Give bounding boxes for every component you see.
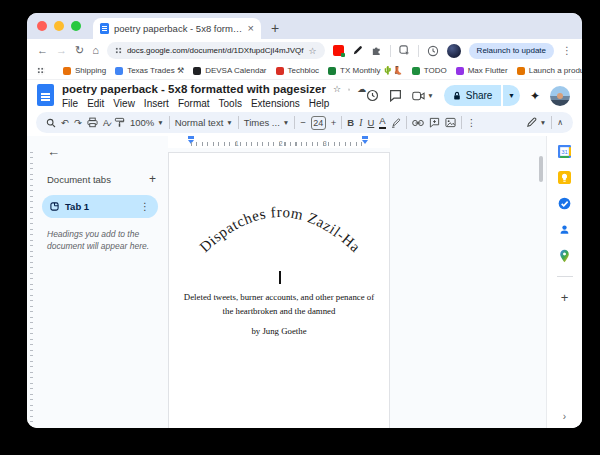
scrollbar-thumb[interactable] (539, 156, 543, 182)
document-canvas[interactable]: Dispatches from Zazil-Ha Deleted tweets,… (166, 148, 546, 428)
menu-help[interactable]: Help (309, 98, 330, 109)
menu-edit[interactable]: Edit (87, 98, 104, 109)
paragraph-style-select[interactable]: Normal text▼ (175, 117, 233, 128)
italic-button[interactable]: I (359, 118, 362, 128)
bookmark-item[interactable]: Max Flutter (456, 66, 508, 75)
bookmark-label: TODO (424, 66, 447, 75)
menu-file[interactable]: File (62, 98, 78, 109)
account-avatar[interactable] (550, 86, 570, 106)
cloud-status-icon[interactable]: ☁ (357, 85, 366, 94)
editing-mode-select[interactable]: ▼ (526, 117, 546, 128)
history-icon[interactable] (427, 45, 439, 57)
menu-tools[interactable]: Tools (219, 98, 242, 109)
increase-font-size-button[interactable]: + (331, 117, 337, 128)
get-addons-button[interactable]: + (561, 290, 569, 305)
forward-icon[interactable]: → (56, 45, 67, 56)
extensions-puzzle-icon[interactable] (371, 45, 382, 56)
relaunch-to-update-button[interactable]: Relaunch to update (469, 43, 554, 59)
share-dropdown[interactable]: ▼ (503, 85, 520, 106)
apps-grid-icon[interactable] (37, 67, 45, 75)
back-icon[interactable]: ← (37, 45, 48, 56)
ruler-strip: 1 2 3 (168, 136, 390, 148)
add-tab-icon[interactable]: + (149, 172, 156, 186)
new-tab-button[interactable]: + (271, 20, 279, 36)
add-comment-icon[interactable] (429, 117, 440, 128)
maps-icon[interactable] (559, 249, 570, 263)
bookmark-item[interactable]: Texas Trades ⚒ (115, 66, 184, 75)
gemini-sparkle-icon[interactable]: ✦ (530, 89, 540, 103)
decrease-font-size-button[interactable]: − (300, 117, 306, 128)
home-icon[interactable]: ⌂ (92, 45, 99, 56)
minimize-window-button[interactable] (54, 21, 64, 31)
document-title[interactable]: poetry paperback - 5x8 formatted with pa… (62, 83, 326, 95)
menu-extensions[interactable]: Extensions (251, 98, 300, 109)
google-docs-logo[interactable] (37, 84, 54, 106)
bookmark-favicon (517, 67, 525, 75)
close-window-button[interactable] (37, 21, 47, 31)
zoom-select[interactable]: 100%▼ (130, 117, 164, 128)
bookmark-item[interactable]: TX Monthly 🌵👢 (328, 66, 403, 75)
horizontal-ruler[interactable]: 1 2 3 (166, 136, 546, 148)
text-color-button[interactable]: A (379, 116, 385, 128)
adobe-extension-icon[interactable] (333, 45, 344, 56)
print-icon[interactable] (87, 117, 98, 128)
search-menus-icon[interactable] (46, 118, 56, 128)
bookmark-item[interactable]: TODO (412, 66, 447, 75)
keep-icon[interactable] (558, 171, 571, 184)
pen-extension-icon[interactable] (352, 45, 363, 56)
bookmark-item[interactable]: Launch a product (517, 66, 582, 75)
star-document-icon[interactable]: ☆ (333, 85, 341, 94)
author-text[interactable]: by Jung Goethe (169, 326, 389, 336)
join-call-button[interactable]: ▼ (412, 91, 433, 101)
curved-title-wordart[interactable]: Dispatches from Zazil-Ha (169, 168, 391, 280)
bookmark-item[interactable]: Techbloc (276, 66, 320, 75)
browser-tab[interactable]: poetry paperback - 5x8 formatted with pa… (93, 18, 261, 39)
bookmark-item[interactable]: DEVSA Calendar (193, 66, 266, 75)
hide-menus-icon[interactable]: ∧ (557, 118, 563, 127)
menu-format[interactable]: Format (178, 98, 210, 109)
bookmark-star-icon[interactable]: ☆ (309, 46, 317, 56)
highlight-color-icon[interactable] (391, 118, 401, 128)
version-history-icon[interactable] (366, 89, 379, 102)
subtitle-text[interactable]: Deleted tweets, burner accounts, and oth… (177, 290, 381, 318)
move-folder-icon[interactable] (348, 85, 350, 94)
menu-view[interactable]: View (113, 98, 135, 109)
bookmark-item[interactable]: Shipping (63, 66, 106, 75)
menu-bar: File Edit View Insert Format Tools Exten… (62, 98, 366, 109)
address-input[interactable]: docs.google.com/document/d/1DXfupdCjI4mJ… (107, 42, 325, 59)
tasks-icon[interactable] (558, 197, 571, 210)
paint-format-icon[interactable] (114, 117, 125, 128)
screenshot-extension-icon[interactable] (399, 45, 410, 56)
font-size-input[interactable]: 24 (311, 116, 326, 130)
content-area: ← Document tabs + Tab 1 ⋮ Headings you a… (27, 136, 582, 428)
underline-button[interactable]: U (367, 117, 374, 128)
browser-menu-icon[interactable]: ⋮ (562, 45, 572, 56)
expand-panel-chevron-icon[interactable]: › (563, 411, 566, 422)
more-options-icon[interactable]: ⋮ (467, 117, 477, 128)
insert-link-icon[interactable] (412, 119, 424, 127)
redo-icon[interactable]: ↷ (74, 117, 82, 128)
browser-profile-avatar[interactable] (447, 44, 461, 58)
calendar-icon[interactable]: 31 (558, 145, 571, 158)
insert-image-icon[interactable] (445, 117, 456, 128)
site-info-icon[interactable] (115, 47, 122, 54)
document-page[interactable]: Dispatches from Zazil-Ha Deleted tweets,… (168, 152, 390, 428)
undo-icon[interactable]: ↶ (61, 117, 69, 128)
spellcheck-icon[interactable]: A✓ (103, 118, 109, 128)
comments-icon[interactable] (389, 89, 402, 102)
url-text: docs.google.com/document/d/1DXfupdCjI4mJ… (127, 46, 304, 55)
video-camera-icon (412, 91, 425, 101)
tab-options-icon[interactable]: ⋮ (140, 201, 150, 212)
bold-button[interactable]: B (347, 117, 354, 128)
contacts-icon[interactable] (558, 223, 571, 236)
svg-text:Dispatches from Zazil-Ha: Dispatches from Zazil-Ha (196, 204, 363, 255)
font-select[interactable]: Times ...▼ (244, 117, 290, 128)
zoom-window-button[interactable] (71, 21, 81, 31)
menu-insert[interactable]: Insert (144, 98, 169, 109)
bookmark-label: Techbloc (288, 66, 320, 75)
close-panel-arrow-icon[interactable]: ← (47, 144, 158, 159)
tab-close-icon[interactable]: × (248, 23, 254, 34)
share-button[interactable]: Share ▼ (444, 85, 520, 106)
reload-icon[interactable]: ↻ (75, 45, 84, 56)
document-tab-item[interactable]: Tab 1 ⋮ (42, 195, 158, 218)
